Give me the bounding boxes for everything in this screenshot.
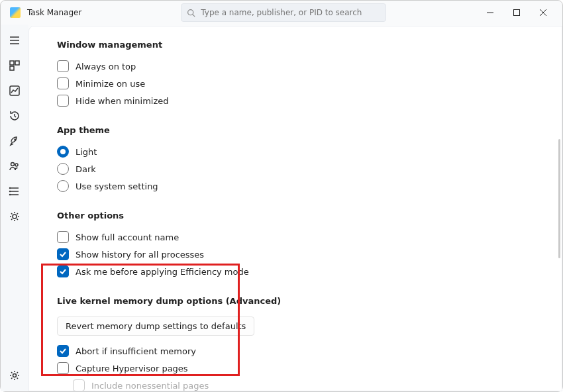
users-icon[interactable] xyxy=(8,160,21,173)
checkbox-always-on-top[interactable] xyxy=(57,60,69,72)
label-history-all: Show history for all processes xyxy=(76,250,204,260)
search-box[interactable] xyxy=(181,3,386,22)
option-full-account[interactable]: Show full account name xyxy=(57,228,562,246)
radio-dark[interactable] xyxy=(57,163,69,175)
svg-point-23 xyxy=(13,374,17,377)
settings-panel: Window management Always on top Minimize… xyxy=(28,26,562,391)
checkbox-ask-efficiency[interactable] xyxy=(57,266,69,277)
label-nonessential: Include nonessential pages xyxy=(91,381,209,391)
minimize-button[interactable] xyxy=(484,7,496,19)
section-other-options: Other options xyxy=(57,211,562,220)
performance-icon[interactable] xyxy=(8,84,21,97)
search-icon xyxy=(187,9,195,17)
checkbox-abort-memory[interactable] xyxy=(57,345,69,357)
option-nonessential: Include nonessential pages xyxy=(73,377,562,391)
startup-icon[interactable] xyxy=(8,134,21,148)
svg-rect-10 xyxy=(15,61,19,65)
checkbox-full-account[interactable] xyxy=(57,231,69,243)
svg-line-1 xyxy=(193,14,195,16)
checkbox-minimize-on-use[interactable] xyxy=(57,77,69,89)
label-minimize-on-use: Minimize on use xyxy=(76,79,145,89)
section-app-theme: App theme xyxy=(57,125,562,135)
label-abort-memory: Abort if insufficient memory xyxy=(76,346,196,356)
label-theme-dark: Dark xyxy=(76,164,96,174)
scrollbar-thumb[interactable] xyxy=(558,139,560,258)
option-always-on-top[interactable]: Always on top xyxy=(57,58,562,75)
checkbox-hide-when-minimized[interactable] xyxy=(57,95,69,107)
svg-point-20 xyxy=(10,191,11,192)
option-minimize-on-use[interactable]: Minimize on use xyxy=(57,75,562,92)
label-hide-when-minimized: Hide when minimized xyxy=(76,96,169,106)
close-button[interactable] xyxy=(537,7,549,19)
svg-rect-9 xyxy=(10,61,14,65)
option-abort-memory[interactable]: Abort if insufficient memory xyxy=(57,342,562,360)
svg-rect-11 xyxy=(10,66,14,70)
label-always-on-top: Always on top xyxy=(76,62,136,72)
option-ask-efficiency[interactable]: Ask me before applying Efficiency mode xyxy=(57,263,562,280)
label-theme-light: Light xyxy=(76,147,97,157)
window-controls xyxy=(484,7,557,19)
option-theme-light[interactable]: Light xyxy=(57,143,562,160)
radio-system[interactable] xyxy=(57,180,69,192)
radio-light[interactable] xyxy=(57,146,69,158)
titlebar: Task Manager xyxy=(1,1,562,24)
processes-icon[interactable] xyxy=(8,59,21,72)
maximize-button[interactable] xyxy=(511,7,523,19)
option-theme-dark[interactable]: Dark xyxy=(57,160,562,177)
svg-point-14 xyxy=(11,163,15,166)
checkbox-hypervisor[interactable] xyxy=(57,362,69,374)
window-title: Task Manager xyxy=(27,8,81,17)
revert-dump-button[interactable]: Revert memory dump settings to defaults xyxy=(57,317,254,336)
checkbox-nonessential xyxy=(73,379,85,391)
task-manager-window: Task Manager xyxy=(0,0,563,392)
svg-point-19 xyxy=(10,188,11,189)
section-window-mgmt: Window management xyxy=(57,40,562,50)
section-kernel-dump: Live kernel memory dump options (Advance… xyxy=(57,296,562,306)
option-hypervisor[interactable]: Capture Hypervisor pages xyxy=(57,360,562,377)
checkbox-history-all[interactable] xyxy=(57,248,69,260)
option-theme-system[interactable]: Use system setting xyxy=(57,177,562,195)
option-history-all[interactable]: Show history for all processes xyxy=(57,246,562,263)
label-ask-efficiency: Ask me before applying Efficiency mode xyxy=(76,267,249,277)
svg-point-22 xyxy=(13,215,17,219)
svg-point-13 xyxy=(15,139,16,140)
label-hypervisor: Capture Hypervisor pages xyxy=(76,364,188,373)
app-icon xyxy=(10,7,21,18)
option-hide-when-minimized[interactable]: Hide when minimized xyxy=(57,92,562,109)
svg-point-21 xyxy=(10,195,11,195)
hamburger-icon[interactable] xyxy=(8,34,21,47)
sidebar xyxy=(1,24,28,391)
search-input[interactable] xyxy=(201,8,380,17)
svg-rect-3 xyxy=(514,10,520,16)
details-icon[interactable] xyxy=(8,185,21,198)
history-icon[interactable] xyxy=(8,109,21,122)
label-theme-system: Use system setting xyxy=(76,181,158,191)
svg-point-0 xyxy=(188,9,193,15)
svg-point-15 xyxy=(15,164,18,166)
label-full-account: Show full account name xyxy=(76,232,179,242)
settings-icon[interactable] xyxy=(8,369,21,382)
services-icon[interactable] xyxy=(8,210,21,223)
